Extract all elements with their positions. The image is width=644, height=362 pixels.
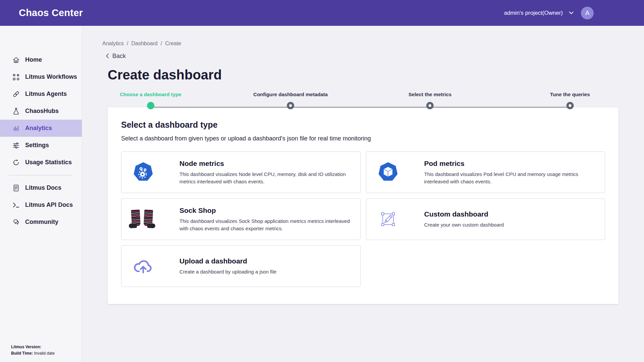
step-dot	[426, 102, 434, 109]
option-description: This dashboard visualizes Sock Shop appl…	[179, 218, 352, 232]
option-description: Create a dashboard by uploading a json f…	[179, 268, 276, 276]
app-title: Chaos Center	[19, 7, 83, 18]
option-node-metrics[interactable]: Node metrics This dashboard visualizes N…	[121, 152, 361, 193]
option-title: Pod metrics	[424, 160, 597, 168]
sidebar-item-label: Litmus Agents	[25, 90, 67, 98]
sidebar-item-settings[interactable]: Settings	[0, 137, 82, 154]
step-dot	[566, 102, 574, 109]
stepper-line	[151, 107, 570, 108]
build-time-value: Invalid date	[34, 351, 54, 356]
sidebar-item-label: Usage Statistics	[25, 159, 72, 166]
option-sock-shop[interactable]: Sock Shop This dashboard visualizes Sock…	[121, 198, 361, 240]
back-label: Back	[112, 53, 126, 60]
sidebar-item-label: Litmus API Docs	[25, 201, 73, 208]
option-upload-dashboard[interactable]: Upload a dashboard Create a dashboard by…	[121, 245, 361, 287]
step-dot	[287, 102, 294, 109]
breadcrumb-analytics[interactable]: Analytics	[102, 41, 124, 47]
chat-bubbles-icon	[12, 218, 20, 226]
analytics-chart-icon	[12, 124, 20, 132]
terminal-icon	[12, 201, 20, 209]
sidebar-item-label: Community	[25, 219, 58, 226]
panel-subtitle: Select a dashboard from given types or u…	[121, 135, 605, 142]
sidebar-item-label: Litmus Docs	[25, 184, 61, 191]
settings-sliders-icon	[12, 141, 20, 149]
option-pod-metrics[interactable]: Pod metrics This dashboard visualizes Po…	[366, 152, 605, 193]
option-custom-dashboard[interactable]: Custom dashboard Create your own custom …	[366, 198, 605, 240]
option-description: Create your own custom dashboard	[424, 221, 504, 229]
pod-metrics-icon	[376, 162, 400, 183]
sidebar-item-litmus-api-docs[interactable]: Litmus API Docs	[0, 196, 82, 214]
page-title: Create dashboard	[108, 67, 644, 83]
avatar[interactable]: A	[581, 7, 594, 19]
sidebar-item-litmus-agents[interactable]: Litmus Agents	[0, 85, 82, 103]
step-tune-queries: Tune the queries	[550, 92, 590, 109]
back-button[interactable]: Back	[106, 52, 644, 60]
upload-dashboard-icon	[131, 258, 155, 275]
sidebar-item-analytics[interactable]: Analytics	[0, 120, 82, 137]
sidebar-item-litmus-docs[interactable]: Litmus Docs	[0, 179, 82, 196]
flask-icon	[12, 107, 20, 115]
avatar-letter: A	[585, 9, 590, 17]
chevron-left-icon	[106, 53, 109, 59]
step-label: Configure dashboard metadata	[253, 92, 328, 97]
build-time-label: Build Time:	[11, 351, 33, 356]
sidebar-item-label: Home	[25, 56, 42, 63]
sidebar-item-label: Analytics	[25, 125, 52, 132]
workflows-icon	[12, 73, 20, 81]
breadcrumb-separator: /	[161, 41, 162, 47]
option-title: Upload a dashboard	[179, 257, 276, 265]
sidebar-item-label: Settings	[25, 142, 49, 149]
project-label: admin's project(Owner)	[504, 10, 563, 16]
option-description: This dashboard visualizes Node level CPU…	[179, 171, 352, 185]
stepper: Choose a dashboard type Configure dashbo…	[108, 92, 619, 111]
agents-link-icon	[12, 90, 20, 98]
document-icon	[12, 184, 20, 192]
project-switcher[interactable]: admin's project(Owner)	[504, 10, 574, 16]
option-title: Custom dashboard	[424, 210, 504, 218]
chevron-down-icon	[569, 11, 574, 14]
sidebar-item-chaoshubs[interactable]: ChaosHubs	[0, 103, 82, 120]
step-label: Tune the queries	[550, 92, 590, 97]
panel-title: Select a dashboard type	[121, 120, 605, 130]
sidebar-divider	[9, 175, 72, 175]
step-label: Select the metrics	[409, 92, 451, 97]
option-title: Sock Shop	[179, 206, 352, 215]
step-configure-metadata: Configure dashboard metadata	[253, 92, 328, 109]
usage-refresh-icon	[12, 159, 20, 167]
sock-shop-icon	[131, 210, 155, 229]
litmus-version-label: Litmus Version:	[11, 345, 41, 349]
select-dashboard-type-panel: Select a dashboard type Select a dashboa…	[108, 107, 619, 304]
step-choose-dashboard-type: Choose a dashboard type	[120, 92, 181, 109]
step-dot-active	[147, 102, 154, 109]
option-title: Node metrics	[179, 160, 352, 168]
sidebar-item-label: ChaosHubs	[25, 108, 59, 115]
sidebar-item-label: Litmus Workflows	[25, 73, 77, 80]
breadcrumb-separator: /	[127, 41, 128, 47]
app-header: Chaos Center admin's project(Owner) A	[0, 0, 644, 26]
step-label: Choose a dashboard type	[120, 92, 181, 97]
sidebar-item-community[interactable]: Community	[0, 214, 82, 231]
breadcrumb-create: Create	[165, 41, 181, 47]
custom-dashboard-icon	[376, 210, 400, 228]
option-description: This dashboard visualizes Pod level CPU …	[424, 171, 597, 185]
sidebar-footer: Litmus Version: Build Time: Invalid date	[11, 344, 55, 357]
node-metrics-icon	[131, 162, 155, 183]
main-content: Analytics / Dashboard / Create Back Crea…	[82, 26, 644, 362]
breadcrumb: Analytics / Dashboard / Create	[102, 41, 644, 47]
home-icon	[12, 56, 20, 64]
breadcrumb-dashboard[interactable]: Dashboard	[131, 41, 157, 47]
sidebar-item-litmus-workflows[interactable]: Litmus Workflows	[0, 68, 82, 85]
sidebar-item-usage-statistics[interactable]: Usage Statistics	[0, 154, 82, 171]
step-select-metrics: Select the metrics	[409, 92, 451, 109]
sidebar: Home Litmus Workflows Litmus Agents Chao…	[0, 26, 82, 362]
sidebar-item-home[interactable]: Home	[0, 51, 82, 68]
dashboard-type-options: Node metrics This dashboard visualizes N…	[121, 152, 605, 287]
